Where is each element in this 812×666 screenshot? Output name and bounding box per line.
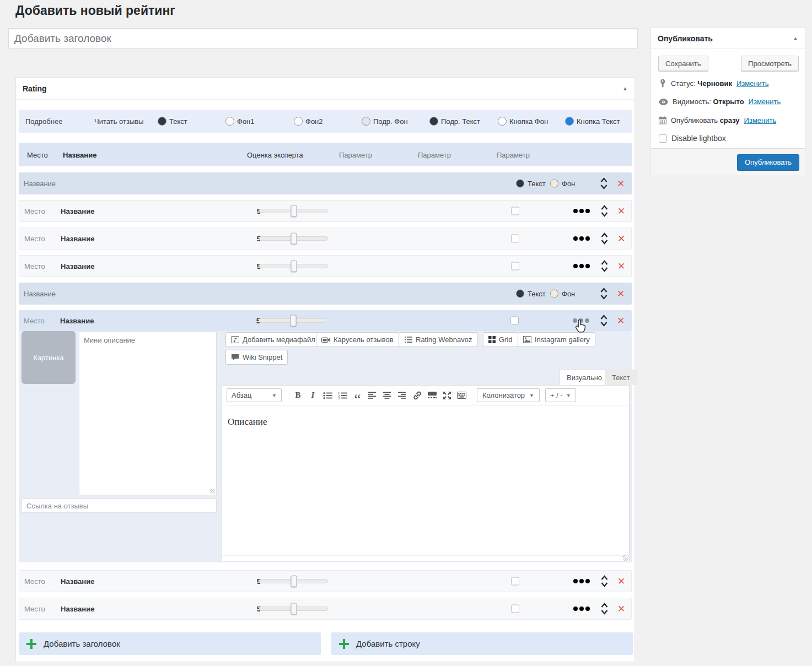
row-options-button[interactable] bbox=[573, 262, 590, 270]
slider-thumb[interactable] bbox=[291, 205, 297, 217]
reorder-control[interactable] bbox=[600, 204, 609, 218]
color-swatch-icon[interactable] bbox=[429, 117, 438, 126]
edit-schedule-link[interactable]: Изменить bbox=[744, 116, 777, 124]
slider-thumb[interactable] bbox=[291, 261, 297, 272]
delete-group-button[interactable]: ✕ bbox=[617, 179, 625, 188]
color-option-detail-bg[interactable]: Подр. Фон bbox=[362, 110, 408, 133]
row-checkbox[interactable] bbox=[510, 317, 519, 325]
header-param-2[interactable] bbox=[418, 150, 478, 159]
align-left-button[interactable] bbox=[365, 388, 380, 403]
numbered-list-button[interactable]: 123 bbox=[335, 388, 350, 403]
bold-button[interactable]: B bbox=[291, 388, 305, 403]
place-input[interactable] bbox=[24, 577, 56, 586]
mini-description-textarea[interactable] bbox=[79, 331, 217, 495]
color-swatch-icon[interactable] bbox=[158, 117, 166, 126]
color-swatch-icon[interactable] bbox=[565, 117, 574, 126]
add-media-button[interactable]: Добавить медиафайл bbox=[225, 332, 321, 347]
rating-slider[interactable] bbox=[259, 236, 328, 241]
name-input[interactable] bbox=[61, 577, 204, 586]
group-text-color-option[interactable]: Текст bbox=[516, 180, 546, 188]
name-input[interactable] bbox=[61, 207, 204, 215]
color-swatch-icon[interactable] bbox=[516, 290, 524, 298]
header-expert-score[interactable] bbox=[247, 150, 319, 159]
name-input[interactable] bbox=[61, 605, 204, 613]
group-bg-color-option[interactable]: Фон bbox=[550, 180, 575, 188]
slider-thumb[interactable] bbox=[290, 315, 296, 327]
row-checkbox[interactable] bbox=[511, 235, 519, 243]
reorder-control[interactable] bbox=[600, 313, 608, 328]
tab-text[interactable]: Текст bbox=[605, 370, 637, 385]
header-name[interactable] bbox=[63, 150, 173, 159]
align-center-button[interactable] bbox=[380, 388, 395, 403]
image-upload-placeholder[interactable]: Картинка bbox=[21, 331, 76, 384]
delete-row-button[interactable]: ✕ bbox=[617, 316, 625, 326]
color-swatch-icon[interactable] bbox=[362, 117, 370, 126]
reviews-label-input[interactable]: Читать отзывы bbox=[94, 117, 143, 126]
color-option-text[interactable]: Текст bbox=[158, 110, 187, 133]
reorder-control[interactable] bbox=[600, 602, 609, 616]
color-swatch-icon[interactable] bbox=[498, 117, 507, 126]
delete-row-button[interactable]: ✕ bbox=[617, 577, 625, 586]
carousel-button[interactable]: Карусель отзывов bbox=[316, 332, 399, 347]
color-option-bg1[interactable]: Фон1 bbox=[225, 110, 255, 133]
resize-grip-icon[interactable] bbox=[210, 489, 216, 494]
delete-row-button[interactable]: ✕ bbox=[617, 604, 625, 614]
color-swatch-icon[interactable] bbox=[516, 180, 524, 188]
color-option-detail-text[interactable]: Подр. Текст bbox=[429, 110, 480, 133]
place-input[interactable] bbox=[24, 605, 56, 613]
name-input[interactable] bbox=[61, 235, 204, 243]
fullscreen-button[interactable] bbox=[439, 388, 454, 403]
row-checkbox[interactable] bbox=[511, 577, 519, 586]
row-options-button-active[interactable] bbox=[573, 316, 589, 325]
blockquote-button[interactable]: “ bbox=[350, 392, 365, 407]
group-text-color-option[interactable]: Текст bbox=[516, 290, 546, 298]
reorder-control[interactable] bbox=[600, 574, 609, 588]
color-option-bg2[interactable]: Фон2 bbox=[294, 110, 323, 133]
place-input[interactable] bbox=[24, 207, 56, 215]
reorder-control[interactable] bbox=[600, 259, 609, 273]
delete-group-button[interactable]: ✕ bbox=[617, 289, 625, 299]
name-input[interactable] bbox=[61, 262, 204, 270]
collapse-icon[interactable]: ▲ bbox=[793, 35, 798, 41]
reorder-control[interactable] bbox=[600, 176, 608, 191]
grid-button[interactable]: Grid bbox=[483, 332, 518, 347]
place-input[interactable] bbox=[24, 317, 56, 325]
edit-status-link[interactable]: Изменить bbox=[736, 79, 769, 88]
add-header-button[interactable]: Добавить заголовок bbox=[19, 632, 321, 655]
rating-slider[interactable] bbox=[259, 318, 327, 323]
reviews-link-input[interactable] bbox=[21, 499, 217, 513]
rating-slider[interactable] bbox=[259, 209, 328, 213]
more-label-input[interactable]: Подробнее bbox=[25, 117, 62, 126]
disable-lightbox-checkbox[interactable] bbox=[659, 134, 667, 143]
row-checkbox[interactable] bbox=[511, 207, 519, 215]
reorder-control[interactable] bbox=[600, 286, 608, 301]
read-more-button[interactable] bbox=[424, 388, 439, 403]
slider-thumb[interactable] bbox=[291, 576, 297, 587]
color-swatch-icon[interactable] bbox=[550, 180, 558, 188]
color-swatch-icon[interactable] bbox=[294, 117, 303, 126]
place-input[interactable] bbox=[24, 235, 56, 243]
group-bg-color-option[interactable]: Фон bbox=[550, 290, 575, 298]
save-draft-button[interactable]: Сохранить bbox=[658, 56, 708, 71]
row-options-button[interactable] bbox=[573, 207, 590, 215]
place-input[interactable] bbox=[24, 262, 56, 270]
link-button[interactable] bbox=[410, 388, 424, 403]
plus-minus-dropdown[interactable]: + / - ▼ bbox=[545, 388, 576, 402]
group-name-input[interactable] bbox=[24, 290, 189, 298]
color-swatch-icon[interactable] bbox=[225, 117, 234, 126]
instagram-gallery-button[interactable]: Instagram gallery bbox=[518, 332, 595, 347]
color-option-button-text[interactable]: Кнопка Текст bbox=[565, 110, 620, 133]
reorder-control[interactable] bbox=[600, 231, 609, 246]
row-checkbox[interactable] bbox=[511, 605, 519, 613]
add-row-button[interactable]: Добавить строку bbox=[331, 632, 633, 655]
header-place[interactable] bbox=[27, 150, 57, 159]
header-param-1[interactable] bbox=[339, 150, 400, 159]
row-options-button[interactable] bbox=[573, 604, 590, 613]
publish-button[interactable]: Опубликовать bbox=[737, 154, 799, 170]
color-option-button-bg[interactable]: Кнопка Фон bbox=[498, 110, 548, 133]
rating-slider[interactable] bbox=[259, 579, 328, 583]
align-right-button[interactable] bbox=[395, 388, 410, 403]
toolbar-toggle-button[interactable] bbox=[454, 388, 469, 403]
rating-webnavoz-button[interactable]: Rating Webnavoz bbox=[399, 332, 477, 347]
row-options-button[interactable] bbox=[573, 234, 590, 243]
